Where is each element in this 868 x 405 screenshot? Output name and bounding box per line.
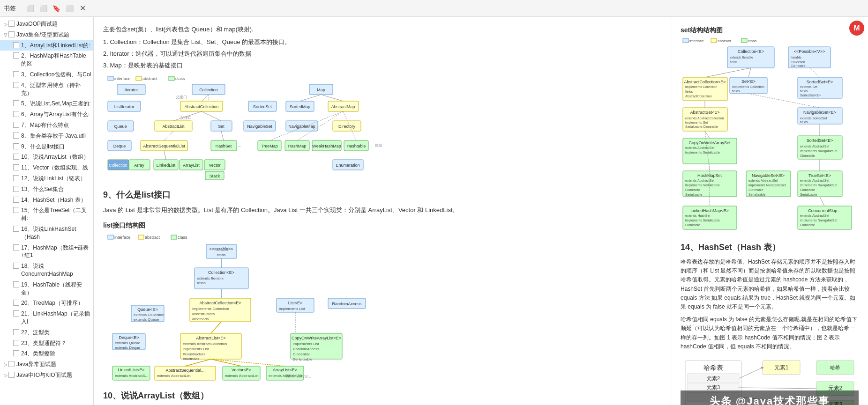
svg-text:图片 Www...: 图片 Www... bbox=[286, 374, 311, 379]
section14-text1: 哈希表边存放的是哈希值。HashSet 存储元素的顺序并不是按照存入时的顺序（和… bbox=[681, 258, 859, 311]
checkbox-1[interactable] bbox=[13, 42, 19, 48]
sidebar-item-4[interactable]: 4、泛型常用特点（待补充） bbox=[0, 80, 93, 99]
checkbox-22[interactable] bbox=[13, 329, 19, 335]
svg-text:List<E>: List<E> bbox=[288, 301, 303, 305]
svg-text:Serializable: Serializable bbox=[748, 193, 765, 196]
checkbox-23[interactable] bbox=[13, 340, 19, 346]
checkbox-10[interactable] bbox=[13, 154, 19, 160]
checkbox-24[interactable] bbox=[13, 350, 19, 356]
checkbox-javaexception[interactable] bbox=[8, 361, 15, 367]
sidebar-item-13[interactable]: 13、什么Set集合 bbox=[0, 184, 93, 195]
toolbar-icons: ⬜ ⬜ 🔖 ⬜ ✕ bbox=[25, 4, 86, 13]
sidebar-label-14: 14、HashSet（Hash 表） bbox=[21, 196, 86, 204]
sidebar-item-7[interactable]: 7、Map有什么特点 bbox=[0, 120, 93, 131]
sidebar-item-24[interactable]: 24、类型擦除 bbox=[0, 348, 93, 359]
sidebar-item-12[interactable]: 12、说说LinkList（链表） bbox=[0, 173, 93, 184]
duplicate-btn[interactable]: ⬜ bbox=[38, 4, 48, 13]
checkbox-13[interactable] bbox=[13, 186, 19, 192]
red-circle-button[interactable]: M bbox=[849, 21, 864, 36]
svg-text:implements NavigableSet: implements NavigableSet bbox=[748, 184, 786, 187]
sidebar-item-javaio[interactable]: ▷ Java中IO与KIO面试题 bbox=[0, 370, 93, 381]
checkbox-18[interactable] bbox=[13, 263, 19, 269]
watermark-text: 头条 @Java技术那些事 bbox=[710, 395, 830, 405]
checkbox-16[interactable] bbox=[13, 226, 19, 232]
checkbox-9[interactable] bbox=[13, 143, 19, 149]
svg-line-138 bbox=[211, 359, 241, 366]
checkbox-2[interactable] bbox=[13, 52, 19, 59]
sidebar-item-javaoop[interactable]: ▷ JavaOOP面试题 bbox=[0, 19, 93, 29]
section14-text: 哈希表边存放的是哈希值。HashSet 存储元素的顺序并不是按照存入时的顺序（和… bbox=[681, 258, 859, 351]
svg-text:fields: fields bbox=[800, 89, 808, 93]
sidebar-item-14[interactable]: 14、HashSet（Hash 表） bbox=[0, 195, 93, 206]
svg-text:父接口: 父接口 bbox=[180, 116, 192, 120]
sidebar-item-22[interactable]: 22、泛型类 bbox=[0, 327, 93, 338]
checkbox-8[interactable] bbox=[13, 133, 19, 139]
sidebar-item-20[interactable]: 20、TreeMap（可排序） bbox=[0, 298, 93, 309]
svg-text:TreeMap: TreeMap bbox=[261, 144, 278, 148]
checkbox-javaoop[interactable] bbox=[8, 21, 15, 27]
checkbox-20[interactable] bbox=[13, 300, 19, 306]
sidebar-item-19[interactable]: 19、HashTable（线程安全） bbox=[0, 280, 93, 298]
svg-text:#constructors: #constructors bbox=[192, 312, 215, 316]
checkbox-7[interactable] bbox=[13, 122, 19, 128]
checkbox-3[interactable] bbox=[13, 71, 19, 77]
checkbox-14[interactable] bbox=[13, 197, 19, 203]
svg-text:NavigableMap: NavigableMap bbox=[288, 124, 315, 129]
sidebar-item-2[interactable]: 2、HashMap和HashTable的区 bbox=[0, 51, 93, 69]
sidebar-label-javaio: Java中IO与KIO面试题 bbox=[16, 371, 72, 379]
checkbox-6[interactable] bbox=[13, 111, 19, 117]
svg-text:NavigableSet<E>: NavigableSet<E> bbox=[803, 110, 836, 115]
checkbox-javaio[interactable] bbox=[8, 372, 15, 378]
svg-text:extends HashSet: extends HashSet bbox=[685, 214, 710, 217]
new-tab-btn[interactable]: ⬜ bbox=[25, 4, 35, 13]
sidebar-item-6[interactable]: 6、Array与ArrayList有什么: bbox=[0, 109, 93, 120]
left-content-text: 主要包含set(集）、list(列表包含 Queue）和 map(映射). Co… bbox=[103, 24, 661, 70]
sidebar-item-15[interactable]: 15、什么是TreeSet（二叉树: bbox=[0, 205, 93, 224]
sidebar-item-16[interactable]: 16、说说LinkHashSet（Hash bbox=[0, 224, 93, 243]
sidebar-item-17[interactable]: 17、HashMap（数组+链表+红1 bbox=[0, 243, 93, 261]
checkbox-15[interactable] bbox=[13, 207, 19, 213]
checkbox-12[interactable] bbox=[13, 175, 19, 181]
sidebar-label-11: 11、Vector（数组实现、线 bbox=[21, 164, 88, 172]
svg-text:Hashtable: Hashtable bbox=[347, 144, 366, 148]
svg-text:Collection: Collection bbox=[109, 163, 127, 168]
checkbox-4[interactable] bbox=[13, 82, 19, 88]
sidebar-item-3[interactable]: 3、Collection包括构、与Col bbox=[0, 69, 93, 80]
sidebar-item-21[interactable]: 21、LinkHashMap（记录插入I bbox=[0, 309, 93, 327]
intro-text: 主要包含set(集）、list(列表包含 Queue）和 map(映射). bbox=[103, 24, 661, 35]
svg-text:interface: interface bbox=[114, 76, 131, 81]
sidebar-label-17: 17、HashMap（数组+链表+红1 bbox=[21, 244, 91, 260]
svg-text:interface: interface bbox=[689, 39, 704, 43]
close-btn[interactable]: ✕ bbox=[80, 4, 86, 13]
bookmark2-btn[interactable]: ⬜ bbox=[65, 4, 74, 13]
sidebar-item-1[interactable]: 1、ArrayList和LinkedList的: bbox=[0, 40, 93, 51]
checkbox-21[interactable] bbox=[13, 310, 19, 317]
sidebar-item-18[interactable]: 18、说说ConcurrentHashMap bbox=[0, 261, 93, 280]
svg-text:class: class bbox=[178, 235, 187, 240]
svg-text:implements List: implements List bbox=[293, 342, 319, 346]
sidebar-item-23[interactable]: 23、类型通配符？ bbox=[0, 338, 93, 349]
sidebar-item-javaexception[interactable]: ▷ Java异常面试题 bbox=[0, 359, 93, 370]
sidebar-label-19: 19、HashTable（线程安全） bbox=[21, 281, 91, 297]
sidebar-label-9: 9、什么是list接口 bbox=[21, 143, 65, 151]
sidebar-item-5[interactable]: 5、说说List,Set,Map三者的: bbox=[0, 98, 93, 109]
svg-text:Serializable: Serializable bbox=[685, 193, 702, 196]
sidebar-item-8[interactable]: 8、集合类存放于 Java.util bbox=[0, 131, 93, 141]
checkbox-11[interactable] bbox=[13, 164, 19, 170]
svg-text:extends AbstractSet: extends AbstractSet bbox=[685, 179, 714, 182]
sidebar-item-11[interactable]: 11、Vector（数组实现、线 bbox=[0, 162, 93, 173]
bookmark-btn[interactable]: 🔖 bbox=[52, 4, 61, 13]
checkbox-19[interactable] bbox=[13, 281, 19, 287]
checkbox-5[interactable] bbox=[13, 100, 19, 106]
sidebar-item-javacollection[interactable]: ▽ Java集合/泛型面试题 bbox=[0, 29, 93, 40]
sidebar-item-9[interactable]: 9、什么是list接口 bbox=[0, 141, 93, 152]
iterator-label: Iterator：迭代器，可以通过迭代器遍历集合中的数据 bbox=[110, 50, 251, 57]
section9-diagram-title: list接口结构图 bbox=[103, 221, 661, 230]
sidebar-item-10[interactable]: 10、说说ArrayList（数组） bbox=[0, 152, 93, 162]
checkbox-17[interactable] bbox=[13, 244, 19, 250]
svg-text:Vector<E>: Vector<E> bbox=[232, 368, 251, 372]
checkbox-javacollection[interactable] bbox=[8, 31, 15, 37]
svg-text:Collection: Collection bbox=[791, 60, 805, 64]
collection-label: Collection：Collection 是集合 List、Set、Queue… bbox=[110, 38, 291, 45]
svg-text:Directory: Directory bbox=[338, 124, 356, 129]
